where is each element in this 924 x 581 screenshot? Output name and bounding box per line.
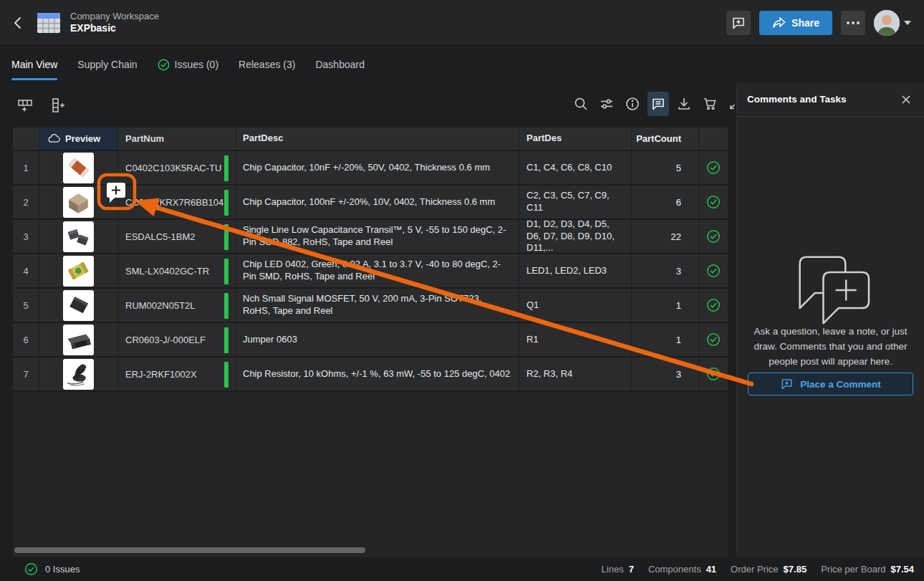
- partdesc-cell[interactable]: Single Line Low Capacitance Transil™, 5 …: [236, 220, 519, 253]
- tab-issues[interactable]: Issues (0): [158, 47, 218, 82]
- part-preview-cell[interactable]: [39, 289, 118, 322]
- info-icon: [625, 96, 640, 112]
- partdesc-cell[interactable]: Chip Capacitor, 100nF +/-20%, 10V, 0402,…: [236, 186, 519, 219]
- part-preview-image[interactable]: [63, 290, 94, 321]
- top-bar: Company Workspace EXPbasic Share: [0, 0, 924, 46]
- partdesc-cell[interactable]: Chip Capacitor, 10nF +/-20%, 50V, 0402, …: [236, 151, 519, 184]
- comments-toggle-button[interactable]: [648, 92, 669, 116]
- table-row[interactable]: 3 ESDALC5-1BM2 Single Line Low Capacitan…: [13, 220, 728, 254]
- green-status-bar: [224, 224, 228, 250]
- part-preview-image[interactable]: [63, 221, 94, 252]
- tab-supply-chain[interactable]: Supply Chain: [77, 47, 137, 82]
- partnum-cell[interactable]: CR0603-J/-000ELF: [118, 323, 236, 356]
- green-status-bar: [224, 327, 228, 353]
- project-table-logo-icon[interactable]: [36, 11, 62, 35]
- partdes-cell[interactable]: D1, D2, D3, D4, D5, D6, D7, D8, D9, D10,…: [519, 220, 632, 253]
- horizontal-scrollbar[interactable]: [14, 547, 365, 553]
- check-circle-icon: [158, 59, 170, 71]
- place-comment-button[interactable]: Place a Comment: [748, 373, 913, 395]
- filters-button[interactable]: [596, 92, 617, 116]
- partcount-cell[interactable]: 3: [632, 357, 699, 390]
- partcount-cell[interactable]: 5: [632, 151, 699, 184]
- back-button[interactable]: [6, 11, 30, 35]
- tab-main-view[interactable]: Main View: [11, 47, 57, 82]
- header-label: PartNum: [125, 133, 164, 144]
- partdes-cell[interactable]: C1, C4, C6, C8, C10: [519, 151, 632, 184]
- part-preview-image[interactable]: [63, 359, 94, 390]
- partnum-text: CR0603-J/-000ELF: [125, 335, 206, 345]
- issues-status[interactable]: 0 Issues: [24, 562, 80, 576]
- place-comment-label: Place a Comment: [800, 379, 881, 390]
- table-row[interactable]: 4 SML-LX0402GC-TR Chip LED 0402, Green, …: [13, 254, 728, 289]
- partnum-cell[interactable]: SML-LX0402GC-TR: [118, 254, 236, 287]
- partcount-cell[interactable]: 1: [632, 323, 699, 356]
- partnum-text: ESDALC5-1BM2: [125, 231, 196, 242]
- header-partcount[interactable]: PartCount: [632, 128, 699, 150]
- partdes-cell[interactable]: C2, C3, C5, C7, C9, C11: [519, 186, 632, 219]
- partdes-cell[interactable]: LED1, LED2, LED3: [519, 254, 632, 287]
- stat-label: Order Price: [731, 564, 778, 575]
- table-row[interactable]: 6 CR0603-J/-000ELF Jumper 0603 R1 1: [13, 323, 728, 357]
- cart-button[interactable]: [699, 92, 721, 116]
- search-button[interactable]: [570, 92, 592, 116]
- partcount-cell[interactable]: 22: [632, 220, 699, 253]
- partnum-cell[interactable]: CC0402KRX7R6BB104: [118, 186, 236, 219]
- user-menu[interactable]: [874, 10, 911, 36]
- table-row[interactable]: 5 RUM002N05T2L Nch Small Signal MOSFET, …: [13, 289, 728, 323]
- more-options-button[interactable]: [841, 11, 865, 35]
- table-row[interactable]: 1 C0402C103K5RAC-TU Chip Capacitor, 10nF…: [13, 151, 728, 186]
- info-button[interactable]: [622, 92, 643, 116]
- partdes-text: R1: [526, 334, 539, 346]
- partcount-cell[interactable]: 1: [632, 289, 699, 322]
- partnum-cell[interactable]: ERJ-2RKF1002X: [118, 357, 236, 390]
- part-preview-cell[interactable]: [39, 323, 118, 356]
- header-preview[interactable]: Preview: [39, 128, 118, 150]
- add-column-button[interactable]: [47, 93, 69, 117]
- partnum-cell[interactable]: ESDALC5-1BM2: [118, 220, 236, 253]
- header-label: Preview: [65, 133, 100, 144]
- green-status-bar: [224, 362, 228, 388]
- partdesc-cell[interactable]: Jumper 0603: [236, 323, 519, 356]
- green-status-bar: [224, 293, 228, 319]
- partnum-cell[interactable]: C0402C103K5RAC-TU: [118, 151, 236, 184]
- header-row-number[interactable]: [13, 128, 39, 150]
- part-preview-cell[interactable]: [39, 254, 118, 287]
- partdesc-cell[interactable]: Nch Small Signal MOSFET, 50 V, 200 mA, 3…: [236, 289, 519, 322]
- partcount-cell[interactable]: 3: [632, 254, 699, 287]
- part-preview-image[interactable]: [63, 325, 94, 355]
- partdesc-cell[interactable]: Chip Resistor, 10 kOhms, +/-1 %, 63 mW, …: [236, 357, 519, 390]
- add-row-icon: [16, 97, 34, 114]
- partdes-cell[interactable]: R2, R3, R4: [519, 357, 632, 390]
- part-preview-cell[interactable]: [39, 151, 118, 184]
- header-partnum[interactable]: PartNum: [118, 128, 236, 150]
- tab-releases[interactable]: Releases (3): [239, 47, 295, 82]
- share-button[interactable]: Share: [759, 11, 832, 35]
- add-row-button[interactable]: [14, 93, 36, 117]
- header-partdes[interactable]: PartDes: [519, 128, 632, 150]
- part-preview-cell[interactable]: [39, 186, 118, 219]
- partdes-cell[interactable]: Q1: [519, 289, 632, 322]
- stat-label: Components: [648, 564, 701, 575]
- partcount-cell[interactable]: 6: [632, 186, 699, 219]
- workspace-name: Company Workspace: [70, 11, 159, 22]
- part-preview-image[interactable]: [63, 187, 94, 218]
- add-comment-button[interactable]: [726, 11, 751, 35]
- partnum-text: ERJ-2RKF1002X: [125, 369, 197, 380]
- table-row[interactable]: 7 ERJ-2RKF1002X Chip Resistor, 10 kOhms,…: [13, 357, 728, 392]
- part-preview-image[interactable]: [63, 256, 94, 287]
- header-partdesc[interactable]: PartDesc: [236, 128, 519, 150]
- partnum-cell[interactable]: RUM002N05T2L: [118, 289, 236, 322]
- avatar[interactable]: [874, 10, 900, 36]
- partdes-cell[interactable]: R1: [519, 323, 632, 356]
- table-row[interactable]: 2 CC0402KRX7R6BB104 Chip Capacitor, 100n…: [13, 186, 728, 220]
- part-preview-image[interactable]: [63, 153, 94, 183]
- partdesc-cell[interactable]: Chip LED 0402, Green, 0.02 A, 3.1 to 3.7…: [236, 254, 519, 287]
- download-button[interactable]: [673, 92, 695, 116]
- share-arrow-icon: [772, 16, 786, 29]
- tab-dashboard[interactable]: Dashboard: [315, 47, 365, 82]
- part-preview-cell[interactable]: [39, 357, 118, 390]
- status-bar: 0 Issues Lines 7 Components 41 Order Pri…: [0, 557, 924, 581]
- part-preview-cell[interactable]: [39, 220, 118, 253]
- close-panel-button[interactable]: [898, 92, 914, 107]
- chevron-down-icon: [904, 21, 911, 25]
